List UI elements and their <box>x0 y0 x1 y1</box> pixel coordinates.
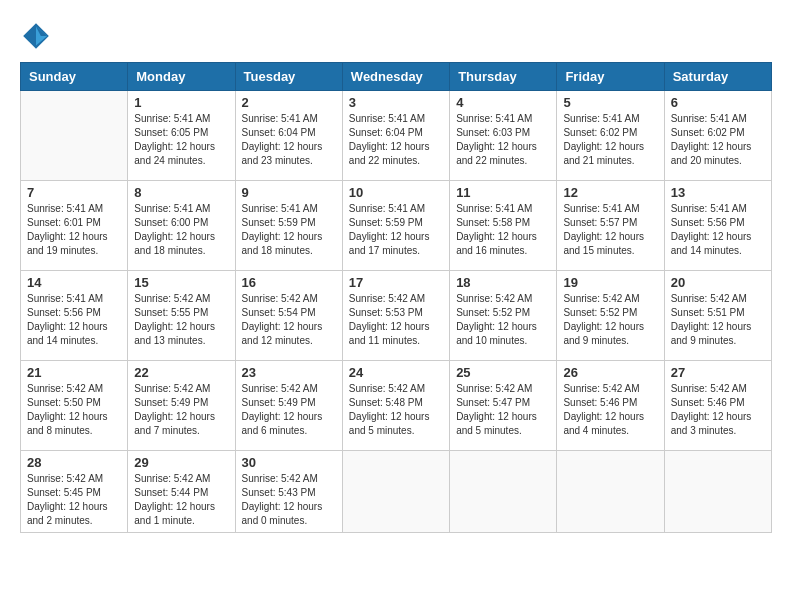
calendar-table: SundayMondayTuesdayWednesdayThursdayFrid… <box>20 62 772 533</box>
day-number: 11 <box>456 185 550 200</box>
calendar-cell: 1Sunrise: 5:41 AM Sunset: 6:05 PM Daylig… <box>128 91 235 181</box>
day-info: Sunrise: 5:42 AM Sunset: 5:49 PM Dayligh… <box>242 382 336 438</box>
calendar-cell: 4Sunrise: 5:41 AM Sunset: 6:03 PM Daylig… <box>450 91 557 181</box>
day-info: Sunrise: 5:41 AM Sunset: 6:00 PM Dayligh… <box>134 202 228 258</box>
calendar-cell: 7Sunrise: 5:41 AM Sunset: 6:01 PM Daylig… <box>21 181 128 271</box>
day-info: Sunrise: 5:41 AM Sunset: 5:56 PM Dayligh… <box>27 292 121 348</box>
day-number: 8 <box>134 185 228 200</box>
calendar-cell: 14Sunrise: 5:41 AM Sunset: 5:56 PM Dayli… <box>21 271 128 361</box>
header <box>20 20 772 52</box>
day-number: 28 <box>27 455 121 470</box>
day-info: Sunrise: 5:42 AM Sunset: 5:48 PM Dayligh… <box>349 382 443 438</box>
day-header-sunday: Sunday <box>21 63 128 91</box>
day-info: Sunrise: 5:42 AM Sunset: 5:52 PM Dayligh… <box>456 292 550 348</box>
calendar-cell: 28Sunrise: 5:42 AM Sunset: 5:45 PM Dayli… <box>21 451 128 533</box>
calendar-cell: 16Sunrise: 5:42 AM Sunset: 5:54 PM Dayli… <box>235 271 342 361</box>
calendar-cell: 18Sunrise: 5:42 AM Sunset: 5:52 PM Dayli… <box>450 271 557 361</box>
calendar-cell: 30Sunrise: 5:42 AM Sunset: 5:43 PM Dayli… <box>235 451 342 533</box>
day-info: Sunrise: 5:42 AM Sunset: 5:44 PM Dayligh… <box>134 472 228 528</box>
calendar-cell: 13Sunrise: 5:41 AM Sunset: 5:56 PM Dayli… <box>664 181 771 271</box>
day-info: Sunrise: 5:42 AM Sunset: 5:43 PM Dayligh… <box>242 472 336 528</box>
calendar-cell <box>664 451 771 533</box>
calendar-cell: 24Sunrise: 5:42 AM Sunset: 5:48 PM Dayli… <box>342 361 449 451</box>
calendar-cell: 5Sunrise: 5:41 AM Sunset: 6:02 PM Daylig… <box>557 91 664 181</box>
calendar-cell: 12Sunrise: 5:41 AM Sunset: 5:57 PM Dayli… <box>557 181 664 271</box>
calendar-cell: 19Sunrise: 5:42 AM Sunset: 5:52 PM Dayli… <box>557 271 664 361</box>
day-number: 3 <box>349 95 443 110</box>
day-number: 5 <box>563 95 657 110</box>
day-info: Sunrise: 5:42 AM Sunset: 5:45 PM Dayligh… <box>27 472 121 528</box>
calendar-cell: 11Sunrise: 5:41 AM Sunset: 5:58 PM Dayli… <box>450 181 557 271</box>
week-row-5: 28Sunrise: 5:42 AM Sunset: 5:45 PM Dayli… <box>21 451 772 533</box>
calendar-cell: 6Sunrise: 5:41 AM Sunset: 6:02 PM Daylig… <box>664 91 771 181</box>
logo <box>20 20 56 52</box>
calendar-cell: 2Sunrise: 5:41 AM Sunset: 6:04 PM Daylig… <box>235 91 342 181</box>
day-info: Sunrise: 5:41 AM Sunset: 6:01 PM Dayligh… <box>27 202 121 258</box>
week-row-4: 21Sunrise: 5:42 AM Sunset: 5:50 PM Dayli… <box>21 361 772 451</box>
day-info: Sunrise: 5:42 AM Sunset: 5:53 PM Dayligh… <box>349 292 443 348</box>
day-header-saturday: Saturday <box>664 63 771 91</box>
day-number: 10 <box>349 185 443 200</box>
day-header-monday: Monday <box>128 63 235 91</box>
day-number: 26 <box>563 365 657 380</box>
day-info: Sunrise: 5:42 AM Sunset: 5:52 PM Dayligh… <box>563 292 657 348</box>
day-number: 19 <box>563 275 657 290</box>
day-number: 27 <box>671 365 765 380</box>
calendar-cell: 22Sunrise: 5:42 AM Sunset: 5:49 PM Dayli… <box>128 361 235 451</box>
week-row-3: 14Sunrise: 5:41 AM Sunset: 5:56 PM Dayli… <box>21 271 772 361</box>
calendar-cell <box>21 91 128 181</box>
day-number: 22 <box>134 365 228 380</box>
day-number: 16 <box>242 275 336 290</box>
day-number: 4 <box>456 95 550 110</box>
day-info: Sunrise: 5:42 AM Sunset: 5:54 PM Dayligh… <box>242 292 336 348</box>
day-number: 12 <box>563 185 657 200</box>
calendar-cell <box>342 451 449 533</box>
day-info: Sunrise: 5:42 AM Sunset: 5:46 PM Dayligh… <box>671 382 765 438</box>
week-row-1: 1Sunrise: 5:41 AM Sunset: 6:05 PM Daylig… <box>21 91 772 181</box>
header-row: SundayMondayTuesdayWednesdayThursdayFrid… <box>21 63 772 91</box>
calendar-cell: 23Sunrise: 5:42 AM Sunset: 5:49 PM Dayli… <box>235 361 342 451</box>
day-number: 20 <box>671 275 765 290</box>
day-info: Sunrise: 5:41 AM Sunset: 5:59 PM Dayligh… <box>242 202 336 258</box>
day-number: 17 <box>349 275 443 290</box>
day-number: 1 <box>134 95 228 110</box>
calendar-cell: 8Sunrise: 5:41 AM Sunset: 6:00 PM Daylig… <box>128 181 235 271</box>
day-info: Sunrise: 5:41 AM Sunset: 6:05 PM Dayligh… <box>134 112 228 168</box>
day-number: 6 <box>671 95 765 110</box>
day-header-thursday: Thursday <box>450 63 557 91</box>
logo-icon <box>20 20 52 52</box>
calendar-cell: 21Sunrise: 5:42 AM Sunset: 5:50 PM Dayli… <box>21 361 128 451</box>
day-number: 25 <box>456 365 550 380</box>
calendar-cell: 10Sunrise: 5:41 AM Sunset: 5:59 PM Dayli… <box>342 181 449 271</box>
day-header-tuesday: Tuesday <box>235 63 342 91</box>
calendar-cell: 26Sunrise: 5:42 AM Sunset: 5:46 PM Dayli… <box>557 361 664 451</box>
calendar-cell: 29Sunrise: 5:42 AM Sunset: 5:44 PM Dayli… <box>128 451 235 533</box>
day-number: 23 <box>242 365 336 380</box>
day-info: Sunrise: 5:42 AM Sunset: 5:51 PM Dayligh… <box>671 292 765 348</box>
day-info: Sunrise: 5:42 AM Sunset: 5:47 PM Dayligh… <box>456 382 550 438</box>
calendar-cell <box>450 451 557 533</box>
calendar-cell: 9Sunrise: 5:41 AM Sunset: 5:59 PM Daylig… <box>235 181 342 271</box>
day-number: 15 <box>134 275 228 290</box>
calendar-cell: 27Sunrise: 5:42 AM Sunset: 5:46 PM Dayli… <box>664 361 771 451</box>
day-info: Sunrise: 5:41 AM Sunset: 5:57 PM Dayligh… <box>563 202 657 258</box>
day-info: Sunrise: 5:42 AM Sunset: 5:49 PM Dayligh… <box>134 382 228 438</box>
day-info: Sunrise: 5:42 AM Sunset: 5:55 PM Dayligh… <box>134 292 228 348</box>
day-number: 24 <box>349 365 443 380</box>
day-number: 9 <box>242 185 336 200</box>
day-info: Sunrise: 5:41 AM Sunset: 5:59 PM Dayligh… <box>349 202 443 258</box>
calendar-cell: 3Sunrise: 5:41 AM Sunset: 6:04 PM Daylig… <box>342 91 449 181</box>
week-row-2: 7Sunrise: 5:41 AM Sunset: 6:01 PM Daylig… <box>21 181 772 271</box>
day-number: 21 <box>27 365 121 380</box>
day-number: 2 <box>242 95 336 110</box>
day-info: Sunrise: 5:42 AM Sunset: 5:46 PM Dayligh… <box>563 382 657 438</box>
day-number: 29 <box>134 455 228 470</box>
day-number: 7 <box>27 185 121 200</box>
day-header-friday: Friday <box>557 63 664 91</box>
day-info: Sunrise: 5:41 AM Sunset: 5:56 PM Dayligh… <box>671 202 765 258</box>
day-header-wednesday: Wednesday <box>342 63 449 91</box>
day-number: 18 <box>456 275 550 290</box>
day-number: 13 <box>671 185 765 200</box>
day-info: Sunrise: 5:42 AM Sunset: 5:50 PM Dayligh… <box>27 382 121 438</box>
calendar-cell: 20Sunrise: 5:42 AM Sunset: 5:51 PM Dayli… <box>664 271 771 361</box>
